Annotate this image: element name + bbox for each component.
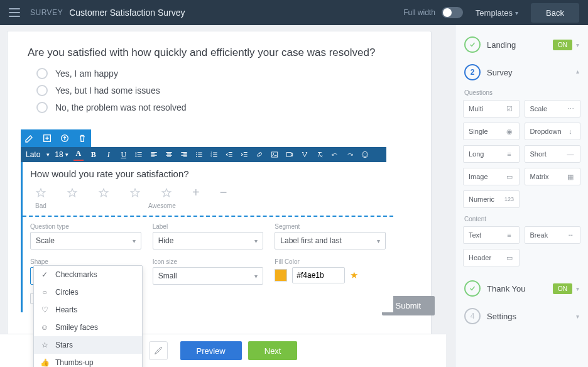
section-label: Content [464,216,580,222]
next-button[interactable]: Next [248,341,298,360]
color-swatch[interactable] [275,269,287,282]
number-list-button[interactable]: 123 [209,150,219,160]
preview-button[interactable]: Preview [180,341,242,360]
segment-select[interactable]: Label first and last [275,232,386,249]
qtype-label: Image [469,173,488,180]
font-family-select[interactable]: Lato [26,150,50,159]
image-button[interactable] [270,150,280,160]
question-type-select[interactable]: Scale [30,232,141,249]
font-color-button[interactable]: A [74,149,84,161]
full-width-toggle[interactable] [442,7,463,18]
shape-option-smiley[interactable]: ☺Smiley faces [34,319,142,336]
option-label: No, the problem was not resolved [55,102,187,112]
templates-dropdown[interactable]: Templates [476,8,518,18]
qtype-dropdown[interactable]: Dropdown↓ [525,123,581,140]
question-1-option[interactable]: No, the problem was not resolved [36,102,411,113]
link-button[interactable] [254,150,264,160]
redo-button[interactable] [345,150,355,160]
side-panel: Landing ON ▾ 2 Survey ▾ Questions Multi☑… [455,25,588,367]
bold-button[interactable]: B [89,150,99,160]
qtype-image[interactable]: Image▭ [463,168,520,185]
qtype-long[interactable]: Long≡ [463,145,520,163]
italic-button[interactable]: I [104,150,114,160]
emoji-button[interactable] [360,150,370,160]
dots-icon: ⋯ [566,104,575,113]
chevron-down-icon: ▾ [576,285,579,292]
content-label: Break [530,231,548,239]
step-settings[interactable]: 4 Settings ▾ [463,305,580,327]
qtype-short[interactable]: Short— [525,145,581,163]
qtype-multi[interactable]: Multi☑ [463,100,520,118]
question-1-option[interactable]: Yes, I am happy [36,68,411,79]
content-header[interactable]: Header▭ [463,249,520,266]
bullet-list-button[interactable] [194,150,204,160]
star-icon [67,187,78,199]
question-1-option[interactable]: Yes, but I had some issues [36,85,411,96]
icon-size-select[interactable]: Small [153,267,264,285]
richtext-toolbar: Lato 18 A B I U 123 [21,147,386,162]
step-label: Landing [487,40,553,50]
qtype-label: Long [469,150,484,158]
edit-button[interactable] [21,129,38,147]
shape-option-stars[interactable]: ☆Stars [34,336,142,354]
content-break[interactable]: Break╌ [525,226,581,244]
align-right-button[interactable] [179,150,189,160]
clear-format-button[interactable] [315,150,325,160]
undo-button[interactable] [330,150,340,160]
step-survey[interactable]: 2 Survey ▾ [463,62,580,83]
qtype-scale[interactable]: Scale⋯ [525,100,581,118]
add-button[interactable] [38,129,56,147]
step-number: 2 [464,64,481,80]
option-label: Circles [55,288,79,297]
shape-option-circles[interactable]: ○Circles [34,283,142,301]
move-up-button[interactable] [56,129,74,147]
shape-option-thumbs[interactable]: 👍Thumbs-up [34,354,142,367]
outdent-button[interactable] [224,150,234,160]
label-mode-select[interactable]: Hide [153,232,264,249]
check-icon [464,280,481,297]
field-label: Shape [30,258,141,265]
qtype-single[interactable]: Single◉ [463,123,520,140]
radio-icon [36,68,48,79]
shape-option-hearts[interactable]: ♡Hearts [34,301,142,319]
color-hex-input[interactable] [292,267,345,283]
full-width-label: Full width [403,8,435,17]
content-text[interactable]: Text≡ [463,226,520,244]
star-icon [129,187,141,199]
option-label: Hearts [55,305,77,314]
breadcrumb: SURVEY [30,8,63,17]
qtype-matrix[interactable]: Matrix▦ [525,168,581,185]
checkbox-icon: ☑ [505,104,514,113]
align-center-button[interactable] [164,150,174,160]
indent-button[interactable] [239,150,249,160]
qtype-numeric[interactable]: Numeric123 [463,190,520,208]
variable-button[interactable] [300,150,310,160]
line-height-button[interactable] [134,150,144,160]
back-button[interactable]: Back [531,3,579,23]
shape-option-checkmarks[interactable]: ✓Checkmarks [34,266,142,283]
content-label: Text [469,231,481,239]
smiley-icon: ☺ [40,323,49,332]
thumbs-up-icon: 👍 [40,358,49,367]
topbar: SURVEY Customer Satisfaction Survey Full… [0,0,588,25]
shape-dropdown: ✓Checkmarks ○Circles ♡Hearts ☺Smiley fac… [33,265,143,367]
question-types-grid: Multi☑ Scale⋯ Single◉ Dropdown↓ Long≡ Sh… [463,100,580,208]
step-thank-you[interactable]: Thank You ON ▾ [463,278,580,299]
font-size-select[interactable]: 18 [55,150,68,159]
menu-icon[interactable] [9,8,20,17]
video-button[interactable] [285,150,295,160]
svg-point-12 [363,153,364,154]
text-icon: ≡ [505,231,514,239]
grid-icon: ▦ [566,172,575,181]
block-toolbar [21,129,91,147]
add-step-button[interactable]: + [192,185,200,200]
question-2-title[interactable]: How would you rate your satisfaction? [30,168,386,179]
delete-button[interactable] [74,129,91,147]
remove-step-button[interactable]: − [220,185,227,200]
field-label: Question type [30,223,141,230]
align-left-button[interactable] [149,150,159,160]
question-1-title: Are you satisfied with how quickly and e… [28,47,411,59]
step-landing[interactable]: Landing ON ▾ [463,34,580,55]
theme-button[interactable] [149,341,168,360]
underline-button[interactable]: U [119,150,129,160]
